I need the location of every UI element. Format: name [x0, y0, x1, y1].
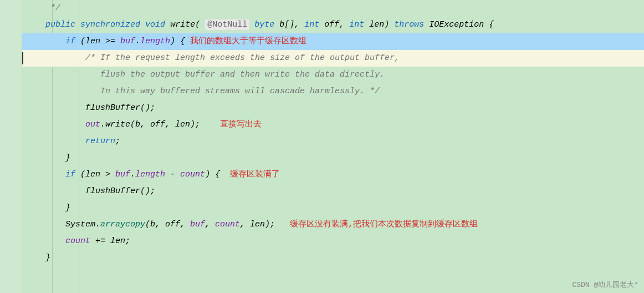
- editor-gutter: [0, 0, 22, 293]
- field-length: length: [140, 37, 170, 46]
- code-line-highlighted: if (len >= buf.length) { 我们的数组大于等于缓存区数组: [22, 33, 644, 50]
- code-line: if (len > buf.length - count) { 缓存区装满了: [22, 166, 644, 183]
- param: len): [364, 20, 394, 29]
- field-count: count: [65, 236, 90, 246]
- comment: /* If the request length exceeds the siz…: [85, 53, 400, 63]
- expr: (len >: [75, 170, 115, 179]
- keyword-if: if: [65, 37, 75, 46]
- keyword-public: public: [45, 20, 75, 29]
- code-line: return;: [22, 133, 644, 150]
- expr: (len >=: [75, 37, 120, 46]
- stmt-flush: flushBuffer();: [85, 103, 155, 113]
- expr: ) {: [170, 37, 190, 46]
- dot: .: [130, 170, 135, 179]
- code-line: In this way buffered streams will cascad…: [22, 83, 644, 100]
- dot: .: [135, 37, 140, 46]
- keyword-return: return: [85, 137, 115, 146]
- stmt: .write(b, off, len);: [100, 120, 200, 129]
- keyword-void: void: [145, 20, 165, 29]
- field-out: out: [85, 120, 100, 129]
- annotation-note: 我们的数组大于等于缓存区数组: [190, 37, 306, 46]
- field-count: count: [215, 220, 240, 229]
- keyword-if: if: [65, 170, 75, 179]
- keyword-int: int: [304, 20, 319, 29]
- code-line: */: [22, 0, 644, 17]
- brace: }: [65, 203, 70, 213]
- code-line-highlighted: /* If the request length exceeds the siz…: [22, 50, 644, 67]
- keyword-synchronized: synchronized: [80, 20, 140, 29]
- code-line: out.write(b, off, len); 直接写出去: [22, 117, 644, 133]
- method-arraycopy: arraycopy: [100, 220, 145, 229]
- args: (b, off,: [145, 220, 190, 229]
- brace: }: [45, 253, 50, 262]
- annotation-note: 缓存区装满了: [230, 170, 280, 179]
- keyword-byte: byte: [254, 20, 274, 29]
- code-line: }: [22, 150, 644, 166]
- comment: flush the output buffer and then write t…: [85, 70, 385, 79]
- code-line: public synchronized void write( @NotNull…: [22, 17, 644, 33]
- args: , len);: [240, 220, 275, 229]
- code-line: }: [22, 250, 644, 266]
- stmt-flush: flushBuffer();: [85, 186, 155, 196]
- field-buf: buf: [190, 220, 205, 229]
- exception-type: IOException {: [424, 20, 494, 29]
- annotation-note: 直接写出去: [220, 120, 262, 129]
- keyword-throws: throws: [394, 20, 424, 29]
- method-name: write: [170, 20, 195, 29]
- code-line: flushBuffer();: [22, 100, 644, 117]
- field-length: length: [135, 170, 165, 179]
- code-line: }: [22, 200, 644, 216]
- code-line: flush the output buffer and then write t…: [22, 67, 644, 83]
- comment: In this way buffered streams will cascad…: [85, 87, 380, 96]
- param: off,: [319, 20, 349, 29]
- field-buf: buf: [115, 170, 130, 179]
- param: b[],: [274, 20, 304, 29]
- keyword-int: int: [349, 20, 364, 29]
- field-buf: buf: [120, 37, 135, 46]
- code-editor: */ public synchronized void write( @NotN…: [22, 0, 644, 293]
- expr: ) {: [205, 170, 230, 179]
- code-line: flushBuffer();: [22, 183, 644, 200]
- class-ref: System.: [65, 220, 100, 229]
- semicolon: ;: [115, 137, 120, 146]
- comment-end: */: [50, 3, 60, 13]
- sep: ,: [205, 220, 215, 229]
- brace: }: [65, 153, 70, 163]
- code-line: count += len;: [22, 233, 644, 250]
- stmt: += len;: [90, 236, 130, 246]
- watermark: CSDN @幼儿园老大*: [572, 280, 638, 290]
- text-cursor: [22, 52, 23, 64]
- op: -: [165, 170, 180, 179]
- annotation-note: 缓存区没有装满,把我们本次数据复制到缓存区数组: [290, 220, 478, 229]
- code-line: System.arraycopy(b, off, buf, count, len…: [22, 216, 644, 233]
- annotation-notnull: @NotNull: [205, 19, 249, 30]
- field-count: count: [180, 170, 205, 179]
